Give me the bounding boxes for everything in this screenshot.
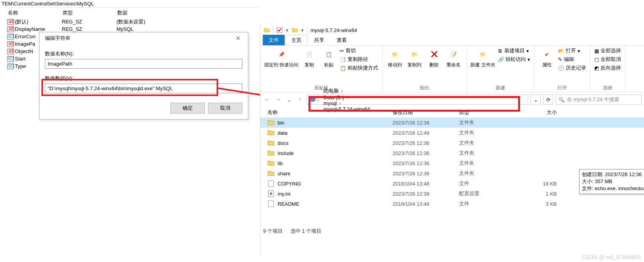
- value-name-label: 数值名称(N):: [45, 50, 242, 57]
- col-name[interactable]: 名称: [8, 9, 63, 16]
- easy-access-button[interactable]: 🔗轻松访问 ▾: [498, 56, 530, 63]
- tab-home[interactable]: 主页: [285, 35, 307, 45]
- invert-selection-button[interactable]: ◩反向选择: [594, 64, 621, 71]
- folder-icon: [267, 119, 274, 126]
- ini-icon: [267, 190, 274, 197]
- item-count: 9 个项目: [263, 228, 283, 235]
- copy-to-button[interactable]: 📁复制到: [406, 47, 423, 68]
- checkbox-icon[interactable]: [276, 27, 283, 33]
- search-input[interactable]: 🔍 在 mysql-5.7.24 中搜索: [556, 94, 642, 105]
- paste-button[interactable]: 📋粘贴: [320, 47, 337, 68]
- registry-path: TEM\CurrentControlSet\Services\MySQL: [0, 0, 258, 7]
- folder-tooltip: 创建日期: 2023/7/26 12:36 大小: 357 MB 文件: ech…: [579, 169, 644, 194]
- selected-count: 选中 1 个项目: [291, 228, 321, 235]
- file-row[interactable]: bin2023/7/26 12:36文件夹: [260, 118, 644, 128]
- scissors-icon: ✂: [340, 48, 344, 54]
- breadcrumb[interactable]: mysql: [320, 100, 375, 106]
- cut-button[interactable]: ✂剪切: [340, 47, 378, 54]
- tab-share[interactable]: 共享: [308, 35, 330, 45]
- svg-rect-17: [311, 101, 314, 102]
- back-button[interactable]: ←: [263, 96, 271, 103]
- folder-icon: [267, 170, 274, 177]
- watermark: CSDN @ m0_67849805: [582, 254, 641, 260]
- col-data[interactable]: 数据: [117, 9, 127, 16]
- file-row[interactable]: docs2023/7/26 12:36文件夹: [260, 138, 644, 148]
- window-title: mysql-5.7.24-winx64: [310, 27, 357, 33]
- col-type[interactable]: 类型: [459, 109, 518, 116]
- properties-button[interactable]: ✔属性: [538, 47, 556, 68]
- up-button[interactable]: ↑: [296, 96, 304, 103]
- value-data-input[interactable]: [45, 84, 242, 93]
- shortcut-icon: 📋: [340, 65, 346, 71]
- value-name-input[interactable]: [45, 59, 242, 69]
- tab-file[interactable]: 文件: [263, 35, 285, 45]
- nav-row: ← → ⌄ ↑ › 此电脑Data (D:)mysqlmysql-5.7.24-…: [260, 93, 644, 107]
- svg-text:ab: ab: [8, 26, 14, 32]
- file-row[interactable]: include2023/7/26 12:36文件夹: [260, 148, 644, 158]
- group-open: 打开: [558, 85, 567, 91]
- new-folder-button[interactable]: 📁新建 文件夹: [470, 47, 495, 68]
- cancel-button[interactable]: 取消: [208, 103, 242, 114]
- svg-text:011: 011: [8, 55, 14, 61]
- file-columns: 名称 修改日期 类型 大小: [260, 107, 644, 118]
- folder-icon: [264, 27, 270, 33]
- col-date[interactable]: 修改日期: [393, 109, 459, 116]
- move-to-button[interactable]: 📁移动到: [386, 47, 404, 68]
- col-type[interactable]: 类型: [63, 9, 117, 16]
- paste-shortcut-button[interactable]: 📋粘贴快捷方式: [340, 64, 378, 71]
- file-icon: [267, 180, 274, 187]
- svg-rect-16: [310, 97, 315, 101]
- rename-button[interactable]: 📝重命名: [445, 47, 462, 68]
- file-row[interactable]: README2018/10/4 13:48文件3 KB: [260, 199, 644, 209]
- new-item-button[interactable]: 🗎新建项目 ▾: [498, 47, 530, 54]
- file-row[interactable]: lib2023/7/26 12:36文件夹: [260, 158, 644, 168]
- svg-text:ab: ab: [8, 18, 14, 24]
- col-size[interactable]: 大小: [518, 109, 557, 116]
- svg-rect-18: [268, 180, 274, 187]
- tab-view[interactable]: 查看: [331, 35, 353, 45]
- folder-icon: [267, 139, 274, 146]
- edit-button[interactable]: ✎编辑: [558, 56, 586, 63]
- folder-icon: [292, 27, 298, 33]
- binary-value-icon: 011: [7, 56, 14, 62]
- path-icon: 📑: [340, 57, 346, 62]
- string-value-icon: ab: [7, 26, 14, 32]
- string-value-icon: ab: [7, 19, 14, 25]
- svg-text:ab: ab: [8, 48, 14, 54]
- forward-button[interactable]: →: [274, 96, 282, 103]
- dropdown-button[interactable]: ⌄: [531, 94, 541, 105]
- breadcrumb[interactable]: Data (D:): [320, 94, 375, 100]
- history-button[interactable]: 🕘历史记录: [558, 64, 586, 71]
- string-value-icon: ab: [7, 41, 14, 47]
- copy-path-button[interactable]: 📑复制路径: [340, 56, 378, 63]
- value-data-label: 数值数据(V):: [45, 75, 242, 82]
- edit-string-dialog: 编辑字符串 × 数值名称(N): 数值数据(V): 确定 取消: [39, 32, 248, 119]
- breadcrumb[interactable]: mysql-5.7.24-winx64: [320, 106, 375, 112]
- select-none-button[interactable]: ▢全部取消: [594, 56, 621, 63]
- copy-button[interactable]: 📄复制: [301, 47, 318, 68]
- open-button[interactable]: 📂打开 ▾: [558, 47, 586, 54]
- file-icon: [267, 200, 274, 207]
- open-icon: 📂: [558, 48, 564, 54]
- search-placeholder: 在 mysql-5.7.24 中搜索: [567, 96, 619, 103]
- file-explorer: ▾ ▾ mysql-5.7.24-winx64 文件 主页 共享 查看 📌固定到…: [260, 25, 644, 254]
- address-bar[interactable]: › 此电脑Data (D:)mysqlmysql-5.7.24-winx64: [307, 94, 528, 105]
- svg-text:011: 011: [8, 63, 14, 69]
- select-all-button[interactable]: ▦全部选择: [594, 47, 621, 54]
- refresh-button[interactable]: ⟳: [543, 94, 553, 105]
- ribbon-tabs: 文件 主页 共享 查看: [260, 36, 644, 46]
- ribbon: 📌固定到 快速访问 📄复制 📋粘贴 ✂剪切 📑复制路径 📋粘贴快捷方式 剪贴板 …: [260, 46, 644, 93]
- pin-button[interactable]: 📌固定到 快速访问: [264, 47, 298, 68]
- close-icon[interactable]: ×: [232, 36, 244, 41]
- registry-row[interactable]: ab (默认)REG_SZ(数值未设置): [7, 18, 258, 25]
- binary-value-icon: 011: [7, 34, 14, 40]
- svg-point-20: [270, 192, 273, 195]
- group-organize: 组织: [420, 85, 429, 91]
- folder-icon: [267, 129, 274, 136]
- breadcrumb[interactable]: 此电脑: [320, 87, 375, 94]
- file-row[interactable]: data2023/7/26 12:49文件夹: [260, 128, 644, 138]
- ok-button[interactable]: 确定: [170, 103, 205, 114]
- delete-button[interactable]: ✕删除: [425, 47, 443, 68]
- recent-dropdown[interactable]: ⌄: [285, 96, 293, 103]
- select-all-icon: ▦: [594, 48, 599, 54]
